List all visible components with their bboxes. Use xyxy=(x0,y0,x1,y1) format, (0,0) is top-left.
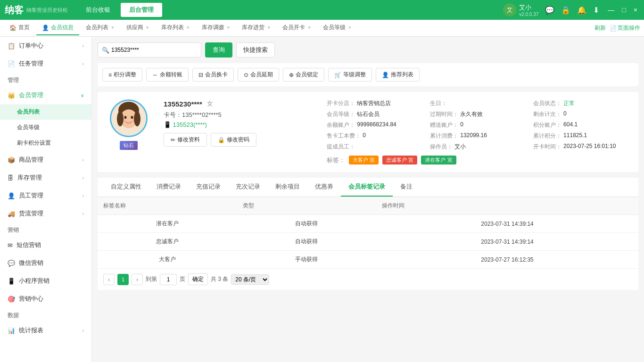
tab-member-level-close[interactable]: × xyxy=(348,25,351,30)
tag-big-customer[interactable]: 大客户 宣 xyxy=(349,156,379,165)
edit-password-btn[interactable]: 🔒 修改密码 xyxy=(211,133,256,147)
tab-recharge-records[interactable]: 充值记录 xyxy=(189,178,228,197)
tab-consume-records[interactable]: 消费记录 xyxy=(149,178,189,197)
staff-icon: 👤 xyxy=(8,192,15,199)
balance-transfer-btn[interactable]: ↔ 余额转账 xyxy=(146,68,189,82)
tab-stock-in-close[interactable]: × xyxy=(267,25,270,30)
page-size-select[interactable]: 20 条/页 50 条/页 100 条/页 xyxy=(231,274,269,285)
tab-member-list[interactable]: 会员列表 × xyxy=(80,21,120,35)
close-btn[interactable]: × xyxy=(632,5,639,15)
level-label: 等级调整 xyxy=(343,71,366,79)
sidebar-item-wechat-marketing[interactable]: 💬微信营销 xyxy=(0,254,91,272)
tab-supplier[interactable]: 供应商 × xyxy=(121,21,155,35)
backend-mgmt-btn[interactable]: 后台管理 xyxy=(121,3,162,17)
search-input-wrap[interactable]: 🔍 xyxy=(98,42,201,58)
detail-open-time: 开卡时间： 2023-07-25 16:01:10 xyxy=(533,143,631,151)
quick-search-button[interactable]: 快捷搜索 xyxy=(236,42,275,58)
tab-stock-list-close[interactable]: × xyxy=(187,25,190,30)
download-icon[interactable]: ⬇ xyxy=(593,6,599,15)
help-icon[interactable]: 💬 xyxy=(545,6,554,15)
tab-member-list-close[interactable]: × xyxy=(111,25,114,30)
member-name: 1355230**** xyxy=(164,100,202,108)
search-input[interactable] xyxy=(111,47,197,53)
swap-card-btn[interactable]: ⊟ 会员换卡 xyxy=(192,68,234,82)
maximize-btn[interactable]: □ xyxy=(620,5,627,15)
tab-stock-list[interactable]: 库存列表 × xyxy=(156,21,195,35)
avatar: 艾 xyxy=(503,3,516,16)
referral-list-btn[interactable]: 👤 推荐列表 xyxy=(376,68,420,82)
swap-card-label: 会员换卡 xyxy=(205,71,228,79)
sidebar-item-sms-marketing[interactable]: ✉短信营销 xyxy=(0,236,91,254)
sidebar-item-stock-mgmt[interactable]: 🗄库存管理 › xyxy=(0,169,91,187)
tab-home[interactable]: 🏠 首页 xyxy=(4,21,35,35)
tab-custom-attrs[interactable]: 自定义属性 xyxy=(103,178,149,197)
stock-icon: 🗄 xyxy=(8,174,14,181)
page-input[interactable] xyxy=(160,274,177,285)
sidebar-item-stats-report[interactable]: 📊统计报表 › xyxy=(0,321,91,339)
query-button[interactable]: 查询 xyxy=(205,42,232,58)
next-page-btn[interactable]: › xyxy=(132,274,143,285)
refresh-btn[interactable]: 刷新 xyxy=(594,24,606,32)
chevron-right-icon: › xyxy=(83,157,84,163)
front-cashier-btn[interactable]: 前台收银 xyxy=(77,3,119,17)
sidebar-item-miniapp-marketing[interactable]: 📱小程序营销 xyxy=(0,272,91,290)
sidebar-item-product-mgmt[interactable]: 📦商品管理 › xyxy=(0,151,91,169)
sidebar-item-member-mgmt[interactable]: 👑会员管理 ∨ xyxy=(0,86,91,104)
svg-point-4 xyxy=(131,116,133,119)
tag-potential-customer[interactable]: 潜在客户 宣 xyxy=(421,156,456,165)
prev-page-btn[interactable]: ‹ xyxy=(103,274,115,285)
sidebar-sub-member-level[interactable]: 会员等级 xyxy=(0,120,91,135)
lock-member-btn[interactable]: ⊕ 会员锁定 xyxy=(283,68,324,82)
tab-coupons[interactable]: 优惠券 xyxy=(307,178,341,197)
tab-member-card[interactable]: 会员开卡 × xyxy=(277,21,316,35)
tab-times-records[interactable]: 充次记录 xyxy=(228,178,268,197)
sidebar-item-logistics-mgmt[interactable]: 🚚货流管理 › xyxy=(0,205,91,222)
tab-remaining-items[interactable]: 剩余项目 xyxy=(268,178,307,197)
minimize-btn[interactable]: — xyxy=(606,5,616,15)
tab-stock-in[interactable]: 库存进货 × xyxy=(236,21,276,35)
edit-profile-btn[interactable]: ✏ 修改资料 xyxy=(164,133,207,147)
search-icon: 🔍 xyxy=(102,47,109,54)
tab-member-info[interactable]: 👤 会员信息 xyxy=(36,21,79,35)
tab-member-level[interactable]: 会员等级 × xyxy=(317,21,357,35)
tab-member-info-label: 会员信息 xyxy=(51,24,74,32)
tag-loyal-customer[interactable]: 忠诚客户 宣 xyxy=(382,156,417,165)
member-edit-buttons: ✏ 修改资料 🔒 修改密码 xyxy=(164,133,315,147)
tags-row: 标签： 大客户 宣 忠诚客户 宣 潜在客户 宣 xyxy=(327,156,631,165)
tab-member-card-close[interactable]: × xyxy=(308,25,311,30)
page-op-btn[interactable]: 📄 页面操作 xyxy=(610,24,640,32)
bell-icon[interactable]: 🔔 xyxy=(577,6,586,15)
user-info: 艾 艾小 v2.0.0.37 xyxy=(503,3,538,17)
points-adjust-btn[interactable]: ≡ 积分调整 xyxy=(102,68,142,82)
detail-member-status: 会员状态： 正常 xyxy=(533,99,631,107)
points-adjust-icon: ≡ xyxy=(108,72,112,78)
tab-supplier-close[interactable]: × xyxy=(146,25,149,30)
extend-member-btn[interactable]: ⊙ 会员延期 xyxy=(238,68,279,82)
tab-stock-in-label: 库存进货 xyxy=(242,24,264,32)
sidebar-item-marketing-center[interactable]: 🎯营销中心 xyxy=(0,290,91,308)
level-adjust-btn[interactable]: 🛒 等级调整 xyxy=(328,68,372,82)
category-mgmt: 管理 xyxy=(0,73,91,86)
sidebar-sub-card-points[interactable]: 刷卡积分设置 xyxy=(0,135,91,151)
page-1-btn[interactable]: 1 xyxy=(117,274,129,285)
logistics-icon: 🚚 xyxy=(8,210,15,217)
logo-text: 纳客 xyxy=(5,4,24,16)
svg-point-8 xyxy=(134,111,140,126)
tab-stock-transfer[interactable]: 库存调拨 × xyxy=(196,21,236,35)
page-confirm-btn[interactable]: 确定 xyxy=(188,273,208,285)
tab-stock-transfer-close[interactable]: × xyxy=(227,25,230,30)
tab-tag-records[interactable]: 会员标签记录 xyxy=(341,178,393,197)
sidebar-sub-member-list[interactable]: 会员列表 xyxy=(0,104,91,120)
lock-label: 会员锁定 xyxy=(296,71,318,79)
tab-remarks[interactable]: 备注 xyxy=(393,178,420,197)
sidebar-item-order-center[interactable]: 📋订单中心 › xyxy=(0,37,91,55)
password-icon: 🔒 xyxy=(218,137,225,143)
sidebar-item-task-mgmt[interactable]: 📄任务管理 › xyxy=(0,55,91,73)
lock-icon[interactable]: 🔒 xyxy=(561,6,570,15)
col-tag-type: 类型 xyxy=(237,197,377,215)
tag-table-wrap: 标签名称 类型 操作时间 潜在客户 自动获得 2023-07-31 14:39:… xyxy=(98,197,638,269)
sidebar-item-staff-mgmt[interactable]: 👤员工管理 › xyxy=(0,187,91,205)
to-page-label: 到第 xyxy=(146,275,157,283)
lock-icon: ⊕ xyxy=(289,72,294,78)
col-tag-time: 操作时间 xyxy=(376,197,638,215)
